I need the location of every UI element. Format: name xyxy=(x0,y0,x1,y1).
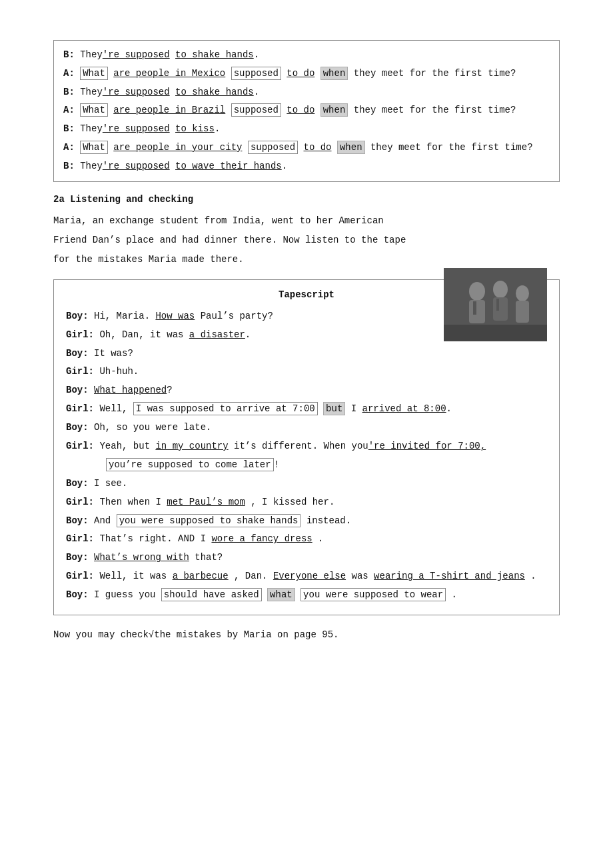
ts-row-boy4: Boy: Oh, so you were late. xyxy=(66,419,547,437)
section-title: 2a Listening and checking xyxy=(53,194,560,205)
dialog-box-1: B: They're supposed to shake hands. A: W… xyxy=(53,40,560,182)
ts-row-boy7: Boy: What’s wrong with that? xyxy=(66,549,547,567)
svg-rect-8 xyxy=(473,301,476,315)
tapescript-box: Tapescript Boy: Hi, Maria. How was Paul’… xyxy=(53,279,560,615)
speaker-b: B: xyxy=(63,49,75,60)
footer-note: Now you may check√the mistakes by Maria … xyxy=(53,627,560,643)
dialog-row-b3: B: They're supposed to kiss. xyxy=(63,121,550,137)
svg-point-3 xyxy=(493,281,508,298)
ts-row-girl6: Girl: That’s right. AND I wore a fancy d… xyxy=(66,531,547,548)
ts-row-girl5: Girl: Then when I met Paul’s mom , I kis… xyxy=(66,494,547,511)
ts-row-girl2: Girl: Uh-huh. xyxy=(66,363,547,381)
svg-point-1 xyxy=(469,282,485,301)
ts-row-girl3: Girl: Well, I was supposed to arrive at … xyxy=(66,401,547,418)
ts-row-girl4b: you’re supposed to come later! xyxy=(66,457,547,474)
svg-rect-9 xyxy=(496,299,499,311)
ts-row-boy8: Boy: I guess you should have asked what … xyxy=(66,587,547,604)
speaker-a2: A: xyxy=(63,105,75,115)
speaker-b2: B: xyxy=(63,87,75,97)
ts-row-boy2: Boy: It was? xyxy=(66,345,547,363)
dialog-row-b4: B: They're supposed to wave their hands. xyxy=(63,159,550,175)
speaker-a: A: xyxy=(63,68,75,79)
svg-rect-6 xyxy=(516,301,529,323)
dialog-row-a3: A: What are people in your city supposed… xyxy=(63,140,550,156)
dialog-row-a1: A: What are people in Mexico supposed to… xyxy=(63,66,550,82)
ts-row-boy3: Boy: What happened? xyxy=(66,382,547,399)
intro-text: Maria, an exchange student from India, w… xyxy=(53,211,560,270)
svg-rect-2 xyxy=(469,300,485,323)
svg-point-5 xyxy=(516,285,529,301)
tapescript-image xyxy=(444,268,547,341)
dialog-row-b1: B: They're supposed to shake hands. xyxy=(63,47,550,63)
ts-row-girl7: Girl: Well, it was a barbecue , Dan. Eve… xyxy=(66,568,547,585)
svg-rect-7 xyxy=(444,325,547,341)
dialog-row-a2: A: What are people in Brazil supposed to… xyxy=(63,103,550,119)
svg-rect-4 xyxy=(493,297,508,321)
ts-row-boy5: Boy: I see. xyxy=(66,475,547,493)
ts-row-girl4a: Girl: Yeah, but in my country it’s diffe… xyxy=(66,438,547,455)
ts-row-boy6: Boy: And you were supposed to shake hand… xyxy=(66,513,547,530)
dialog-row-b2: B: They're supposed to shake hands. xyxy=(63,85,550,101)
